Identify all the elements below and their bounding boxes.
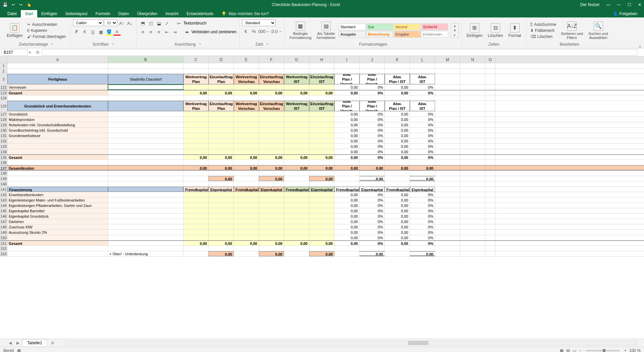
cell[interactable]: Einzelauftrag Vorschau (259, 74, 284, 84)
cell[interactable] (209, 219, 234, 224)
row-header[interactable]: 124 (0, 95, 7, 100)
cell[interactable]: 0,00 (385, 149, 410, 154)
cell[interactable] (485, 187, 495, 192)
zoom-thumb[interactable] (603, 349, 605, 352)
cell[interactable] (309, 85, 334, 90)
cell[interactable]: Einzelauftrag IST (309, 74, 334, 84)
row-header[interactable]: 143 (0, 197, 7, 203)
cell[interactable]: Werkvertrag IST (284, 74, 309, 84)
cell[interactable]: Grundstück (7, 112, 108, 117)
tab-ueberpruefen[interactable]: Überprüfen (133, 10, 161, 17)
row-header[interactable]: 137 (0, 166, 7, 170)
cell[interactable] (284, 203, 309, 208)
cell[interactable] (209, 214, 234, 219)
row-header[interactable]: 3 (0, 74, 7, 84)
cell[interactable]: 0,00 (334, 219, 360, 224)
zoom-slider[interactable] (586, 350, 620, 351)
cell[interactable] (209, 230, 234, 235)
cell[interactable] (183, 117, 209, 122)
cell[interactable]: 0,00 (183, 90, 209, 95)
cell[interactable] (183, 251, 209, 256)
table-row[interactable]: 138 (0, 171, 644, 176)
italic-icon[interactable]: K (81, 28, 89, 36)
cell[interactable]: 0% (410, 133, 435, 138)
align-center-icon[interactable]: ≡ (147, 28, 155, 36)
cell[interactable] (234, 138, 259, 143)
cell[interactable] (234, 230, 259, 235)
cell[interactable] (234, 192, 259, 197)
cell[interactable] (209, 63, 234, 68)
table-row[interactable]: 141FinanzierungFremdkapitalEigenkapitalF… (0, 187, 644, 192)
cell[interactable] (284, 95, 309, 100)
table-row[interactable]: 142Erwerbsnebenkosten0,000%0,000% (0, 192, 644, 197)
cell[interactable] (435, 133, 460, 138)
decrease-indent-icon[interactable]: ⇤ (163, 28, 171, 36)
row-header[interactable]: 142 (0, 192, 7, 197)
cell[interactable] (259, 208, 284, 213)
cell[interactable] (108, 101, 183, 111)
cell[interactable]: 0% (410, 197, 435, 203)
cell[interactable] (435, 181, 460, 186)
row-header[interactable]: 152 (0, 246, 7, 251)
font-color-icon[interactable]: A (113, 28, 121, 36)
cell[interactable] (209, 69, 234, 74)
cell[interactable] (309, 192, 334, 197)
cell[interactable] (183, 224, 209, 229)
cell[interactable] (234, 181, 259, 186)
cell[interactable] (108, 230, 183, 235)
cell[interactable] (460, 155, 485, 160)
cell[interactable] (309, 63, 334, 68)
cell[interactable] (485, 138, 495, 143)
cell[interactable] (7, 149, 108, 154)
cell[interactable]: 0,00 (183, 166, 209, 170)
cell[interactable] (108, 85, 183, 90)
table-row[interactable]: 145Eigenkapital Barmittel0,000%0,000% (0, 208, 644, 214)
cell[interactable]: Fremdkapital (234, 187, 259, 192)
cell[interactable]: 0% (360, 214, 385, 219)
cell[interactable] (108, 181, 183, 186)
col-header[interactable]: M (435, 56, 460, 63)
currency-icon[interactable]: € (242, 28, 250, 35)
cell[interactable] (259, 85, 284, 90)
cell[interactable]: 0% (410, 230, 435, 235)
col-header[interactable]: O (485, 56, 495, 63)
insert-button[interactable]: ⊞Einfügen (465, 22, 484, 39)
row-header[interactable]: 151 (0, 241, 7, 246)
cell[interactable] (108, 117, 183, 122)
cell[interactable] (309, 246, 334, 251)
cell[interactable] (460, 128, 485, 133)
row-header[interactable]: 131 (0, 133, 7, 138)
sort-filter-button[interactable]: A↓ZSortieren und Filtern (559, 20, 585, 41)
cell[interactable] (183, 128, 209, 133)
cell[interactable] (410, 181, 435, 186)
cell[interactable] (284, 85, 309, 90)
cell[interactable] (183, 235, 209, 240)
cell[interactable]: 0,00 (334, 214, 360, 219)
cell[interactable] (234, 128, 259, 133)
cell[interactable] (460, 235, 485, 240)
cell[interactable]: 0,00 (385, 219, 410, 224)
style-gut[interactable]: Gut (366, 24, 393, 30)
number-format-select[interactable]: Standard (242, 19, 276, 26)
cell[interactable] (309, 224, 334, 229)
cell[interactable] (309, 230, 334, 235)
cell[interactable] (309, 117, 334, 122)
cell[interactable] (435, 122, 460, 127)
row-header[interactable]: 125 (0, 101, 7, 111)
cell[interactable] (234, 208, 259, 213)
cell[interactable] (284, 224, 309, 229)
cell[interactable] (284, 192, 309, 197)
cell[interactable]: Fremdkapital (284, 187, 309, 192)
cell[interactable] (234, 63, 259, 68)
table-row[interactable]: 148Zuschuss KfW0,000%0,000% (0, 224, 644, 230)
cell[interactable] (108, 246, 183, 251)
cell[interactable] (385, 246, 410, 251)
row-header[interactable]: 148 (0, 224, 7, 229)
cell[interactable] (183, 95, 209, 100)
cell[interactable] (435, 246, 460, 251)
cell[interactable] (108, 203, 183, 208)
cell[interactable] (309, 138, 334, 143)
cell[interactable] (108, 155, 183, 160)
cell[interactable]: 0,00 (259, 251, 284, 256)
cell[interactable] (183, 122, 209, 127)
